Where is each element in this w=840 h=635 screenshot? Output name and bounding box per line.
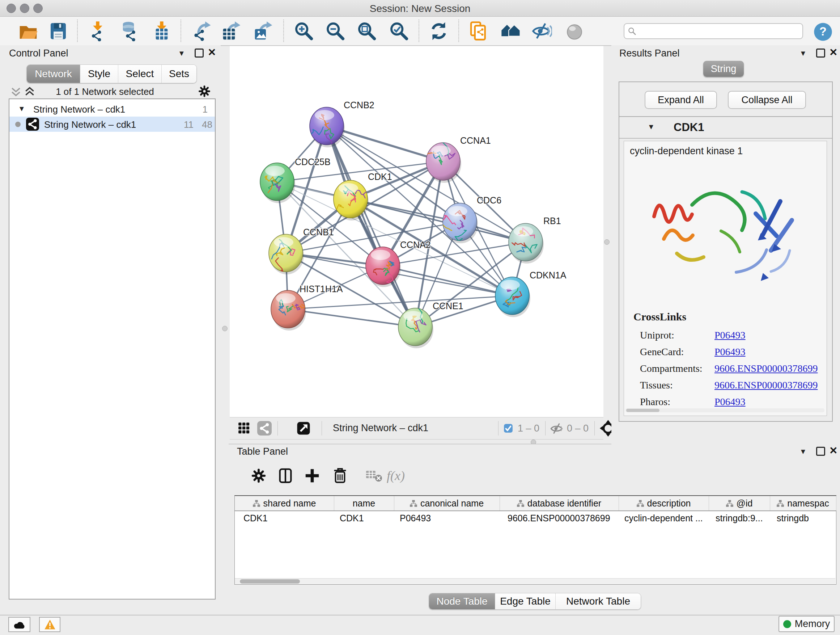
table-cell[interactable]: CDK1 — [334, 511, 400, 525]
table-cell[interactable]: 9606.ENSP00000378699 — [500, 511, 627, 525]
grid-view-icon[interactable] — [237, 421, 251, 437]
crosslink-value-link[interactable]: 9606.ENSP00000378699 — [714, 363, 818, 374]
home-button[interactable] — [501, 21, 521, 41]
table-tab-node-table[interactable]: Node Table — [429, 593, 495, 609]
network-edge-CCNB2-CCNE1[interactable] — [327, 126, 415, 327]
memory-status-dot — [783, 620, 791, 628]
network-canvas[interactable]: CCNB2 CCNA1 CDC25B CDK1 CDC6 R — [230, 46, 603, 417]
expand-all-button[interactable]: Expand All — [645, 91, 717, 109]
table-tab-network-table[interactable]: Network Table — [555, 593, 641, 609]
table-cell[interactable]: cyclin-dependent ... — [619, 511, 714, 525]
create-column-button[interactable] — [304, 467, 321, 486]
collapse-all-button[interactable]: Collapse All — [728, 91, 806, 109]
tab-style[interactable]: Style — [80, 65, 118, 83]
network-collection-row[interactable]: ▼ String Network – cdk1 1 — [9, 101, 215, 117]
crosslink-value-link[interactable]: P06493 — [714, 396, 745, 408]
node-label-CDC25B: CDC25B — [295, 157, 331, 167]
network-node-CCNB1[interactable]: CCNB1 — [269, 227, 334, 274]
network-edge-CCNA2-CDKN1A[interactable] — [383, 266, 512, 296]
control-panel-float-icon[interactable] — [195, 49, 204, 57]
network-node-CDKN1A[interactable]: CDKN1A — [495, 270, 567, 317]
table-cell[interactable]: stringdb:9... — [709, 511, 777, 525]
collection-expand-icon[interactable]: ▼ — [18, 104, 25, 113]
open-session-button[interactable] — [18, 21, 38, 41]
refresh-view-button[interactable] — [429, 21, 449, 41]
collapse-all-networks-icon[interactable] — [10, 86, 22, 99]
network-edge-HIST1H1A-CCNE1[interactable] — [288, 309, 415, 327]
table-tab-edge-table[interactable]: Edge Table — [495, 593, 555, 609]
column-header-namespac[interactable]: namespac — [770, 496, 836, 510]
table-panel-collapse-icon[interactable]: ▼ — [799, 447, 807, 456]
right-splitter-handle[interactable] — [604, 239, 609, 245]
network-node-CCNE1[interactable]: CCNE1 — [398, 301, 463, 348]
tab-sets[interactable]: Sets — [161, 65, 196, 83]
column-header-database-identifier[interactable]: database identifier — [500, 496, 619, 510]
zoom-out-button[interactable] — [325, 21, 346, 41]
control-panel-collapse-icon[interactable]: ▼ — [178, 49, 185, 58]
table-settings-button[interactable] — [250, 467, 267, 486]
column-header--id[interactable]: @id — [709, 496, 770, 510]
table-cell[interactable]: P06493 — [394, 511, 505, 525]
show-hide-panel-button[interactable] — [532, 21, 552, 41]
export-network-button[interactable] — [192, 21, 212, 41]
table-panel-float-icon[interactable] — [816, 447, 825, 456]
save-session-button[interactable] — [48, 21, 68, 41]
help-button[interactable]: ? — [813, 22, 834, 42]
tab-select[interactable]: Select — [118, 65, 161, 83]
import-table-file-button[interactable] — [152, 21, 172, 41]
table-cell[interactable]: CDK1 — [235, 511, 343, 525]
node-label-CCNA1: CCNA1 — [460, 135, 491, 146]
cloud-button[interactable] — [8, 617, 30, 632]
network-options-gear-icon[interactable] — [197, 84, 211, 100]
search-input[interactable] — [624, 23, 803, 39]
warning-button[interactable] — [39, 617, 60, 632]
network-row-selected[interactable]: String Network – cdk1 11 48 — [9, 117, 215, 132]
show-columns-button[interactable] — [277, 467, 294, 486]
left-splitter-handle[interactable] — [222, 326, 227, 331]
zoom-fit-button[interactable] — [357, 21, 377, 41]
column-header-name[interactable]: name — [334, 496, 394, 510]
import-network-database-button[interactable] — [118, 21, 139, 41]
network-node-CDC6[interactable]: CDC6 — [434, 195, 501, 243]
table-hscrollbar[interactable] — [240, 579, 300, 584]
memory-button[interactable]: Memory — [778, 616, 835, 632]
zoom-selected-button[interactable] — [389, 21, 409, 41]
crosslink-value-link[interactable]: P06493 — [714, 329, 745, 341]
crosslink-value-link[interactable]: P06493 — [714, 346, 745, 358]
function-builder-button[interactable]: f(x) — [387, 468, 405, 483]
birdseye-view-icon[interactable] — [296, 421, 311, 437]
export-table-button[interactable] — [221, 21, 242, 41]
tab-string[interactable]: String — [703, 61, 744, 77]
column-header-canonical-name[interactable]: canonical name — [394, 496, 500, 510]
crosslink-value-link[interactable]: 9606.ENSP00000378699 — [714, 379, 818, 391]
node-label-CCNA2: CCNA2 — [400, 240, 431, 250]
main-toolbar: ? — [0, 17, 840, 46]
network-node-HIST1H1A[interactable]: HIST1H1A — [271, 284, 343, 331]
network-node-RB1[interactable]: RB1 — [508, 216, 561, 264]
delete-table-button[interactable] — [366, 467, 382, 486]
column-header-shared-name[interactable]: shared name — [235, 496, 334, 510]
graphics-details-button[interactable] — [564, 21, 584, 41]
results-hscrollbar[interactable] — [626, 409, 660, 412]
table-panel-close-icon[interactable]: ✕ — [829, 446, 837, 455]
table-cell[interactable]: stringdb — [770, 511, 840, 525]
gene-expand-icon[interactable]: ▼ — [647, 122, 655, 131]
share-view-icon[interactable] — [257, 421, 272, 435]
expand-all-networks-icon[interactable] — [24, 86, 35, 99]
network-node-CCNA1[interactable]: CCNA1 — [414, 135, 491, 183]
results-panel-close-icon[interactable]: ✕ — [829, 48, 837, 57]
control-panel-close-icon[interactable]: ✕ — [208, 48, 216, 57]
delete-column-button[interactable] — [332, 467, 348, 486]
clone-network-button[interactable] — [468, 21, 488, 41]
import-network-file-button[interactable] — [88, 21, 108, 41]
gene-header[interactable]: ▼ CDK1 — [619, 117, 832, 139]
zoom-in-button[interactable] — [294, 21, 314, 41]
tab-network[interactable]: Network — [27, 65, 80, 83]
warning-icon — [44, 619, 56, 630]
selected-checkbox-icon[interactable] — [504, 424, 513, 434]
results-panel-float-icon[interactable] — [816, 49, 825, 57]
hidden-eye-slash-icon[interactable] — [550, 422, 564, 437]
results-panel-collapse-icon[interactable]: ▼ — [799, 49, 807, 58]
export-image-button[interactable] — [253, 21, 273, 41]
column-header-description[interactable]: description — [619, 496, 709, 510]
